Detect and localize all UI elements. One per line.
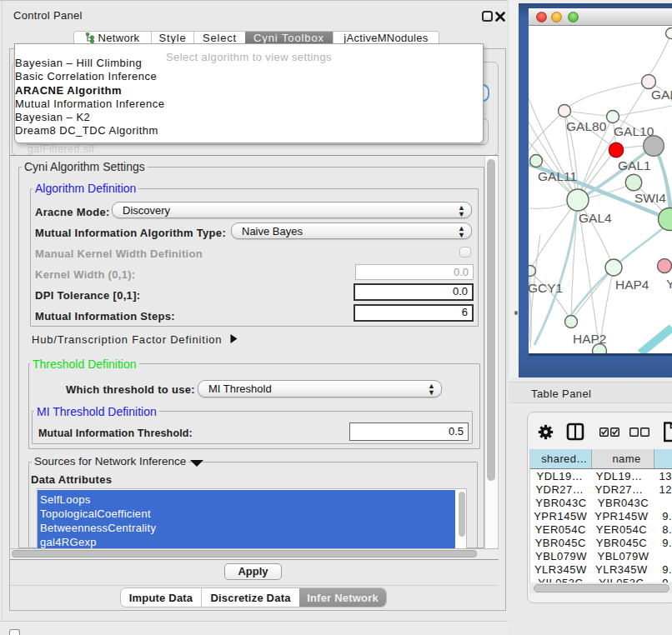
svg-text:GAL7: GAL7 xyxy=(651,88,672,102)
svg-text:YMR: YMR xyxy=(666,277,672,291)
svg-text:GAL80: GAL80 xyxy=(566,119,607,133)
svg-text:GAL1: GAL1 xyxy=(618,158,651,172)
svg-text:GCY1: GCY1 xyxy=(529,281,563,295)
svg-text:GAL4: GAL4 xyxy=(579,211,612,225)
svg-text:HAP2: HAP2 xyxy=(573,332,607,346)
svg-text:GAL11: GAL11 xyxy=(538,169,577,183)
svg-text:GAL10: GAL10 xyxy=(614,124,654,138)
svg-text:HAP4: HAP4 xyxy=(615,278,649,292)
svg-text:SWI4: SWI4 xyxy=(634,191,666,205)
